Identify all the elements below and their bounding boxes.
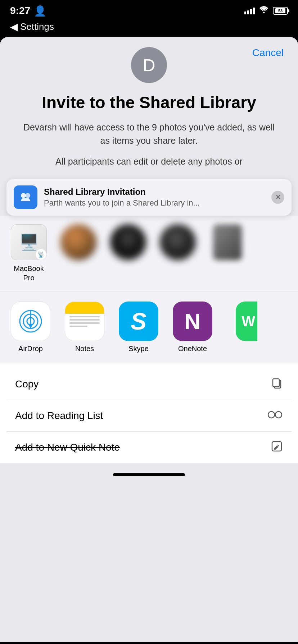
list-item[interactable] (156, 224, 199, 260)
blurred-avatar-3 (160, 224, 196, 260)
signal-bar-2 (247, 10, 249, 14)
skype-app-icon: S (119, 302, 158, 341)
airdrop-badge: 📡 (35, 249, 47, 260)
list-item[interactable] (206, 224, 249, 260)
quick-note-action[interactable]: Add to New Quick Note (6, 432, 292, 463)
signal-bar-1 (244, 12, 246, 14)
back-button[interactable]: ◀ Settings (10, 21, 288, 33)
action-list: Copy Add to Reading List (6, 368, 292, 463)
blurred-avatar-4 (213, 224, 242, 260)
copy-icon (271, 377, 283, 391)
battery-fill: 53 (275, 8, 285, 13)
bottom-indicator (0, 468, 298, 487)
svg-point-2 (25, 193, 30, 198)
blurred-avatar-2 (110, 224, 146, 260)
copy-label: Copy (15, 378, 39, 390)
svg-point-1 (21, 193, 26, 198)
quick-note-label: Add to New Quick Note (15, 442, 120, 453)
macbook-pro-avatar-wrap: 🖥️ 📡 (11, 224, 47, 260)
signal-bar-4 (253, 8, 255, 14)
person-icon: 👤 (34, 5, 46, 17)
skype-letter: S (131, 308, 146, 335)
list-item[interactable]: W (223, 302, 270, 341)
share-sheet: 🖥️ 📡 MacBookPro (0, 216, 298, 463)
quick-note-icon (271, 440, 283, 455)
list-item[interactable]: AirDrop (7, 302, 54, 353)
notification-title: Shared Library Invitation (44, 187, 265, 197)
whatsapp-app-icon-partial: W (236, 302, 257, 341)
home-indicator (113, 473, 185, 476)
battery-percent: 53 (278, 9, 283, 13)
invite-title: Invite to the Shared Library (14, 93, 284, 112)
main-sheet: Cancel D Invite to the Shared Library De… (0, 37, 298, 642)
reading-list-action[interactable]: Add to Reading List (6, 400, 292, 432)
svg-rect-9 (273, 379, 279, 387)
apps-row: AirDrop Notes S (0, 291, 298, 363)
list-item[interactable] (107, 224, 150, 260)
onenote-app-icon: N (173, 302, 212, 341)
onenote-letter: N (185, 309, 201, 334)
macbook-pro-label: MacBookPro (14, 264, 44, 282)
onenote-app-label: OneNote (178, 345, 207, 353)
invite-note: All participants can edit or delete any … (14, 155, 284, 169)
list-item[interactable]: N OneNote (169, 302, 216, 353)
avatar: D (131, 47, 167, 83)
back-chevron-icon: ◀ (10, 21, 18, 33)
svg-point-10 (268, 411, 275, 418)
signal-bars (244, 7, 255, 14)
people-row: 🖥️ 📡 MacBookPro (0, 216, 298, 291)
battery-icon: 53 (273, 7, 288, 15)
svg-point-11 (275, 411, 282, 418)
airdrop-app-label: AirDrop (18, 345, 43, 353)
status-bar: 9:27 👤 53 (0, 0, 298, 19)
copy-action[interactable]: Copy (6, 368, 292, 400)
glasses-icon (267, 410, 283, 422)
notes-app-label: Notes (75, 345, 94, 353)
list-item[interactable]: 🖥️ 📡 MacBookPro (7, 224, 50, 282)
status-right: 53 (244, 6, 288, 15)
invite-section: Cancel D Invite to the Shared Library De… (0, 37, 298, 179)
signal-bar-3 (250, 9, 252, 14)
shared-library-icon (19, 190, 32, 204)
notification-close-button[interactable]: ✕ (271, 191, 284, 204)
back-label: Settings (20, 21, 54, 32)
wifi-icon (259, 6, 268, 15)
list-item[interactable] (57, 224, 100, 260)
whatsapp-letter: W (241, 313, 255, 330)
notification-banner[interactable]: Shared Library Invitation Parth wants yo… (6, 179, 292, 216)
airdrop-svg (18, 309, 43, 334)
notification-icon (14, 185, 37, 209)
status-time-group: 9:27 👤 (10, 5, 46, 17)
reading-list-label: Add to Reading List (15, 410, 103, 422)
cancel-button[interactable]: Cancel (252, 47, 284, 59)
back-bar: ◀ Settings (0, 19, 298, 37)
airdrop-badge-icon: 📡 (37, 251, 45, 258)
list-item[interactable]: S Skype (115, 302, 162, 353)
svg-point-0 (263, 12, 265, 14)
list-item[interactable]: Notes (61, 302, 108, 353)
status-time: 9:27 (10, 5, 30, 17)
invite-description: Devarsh will have access to the 9 photos… (14, 121, 284, 148)
macbook-icon: 🖥️ (19, 233, 39, 252)
airdrop-app-icon (11, 302, 50, 341)
notification-text: Shared Library Invitation Parth wants yo… (44, 187, 265, 208)
blurred-avatar-1 (60, 224, 96, 260)
skype-app-label: Skype (128, 345, 149, 353)
notification-subtitle: Parth wants you to join a Shared Library… (44, 198, 265, 208)
avatar-letter: D (143, 55, 155, 75)
notes-app-icon (65, 302, 104, 341)
